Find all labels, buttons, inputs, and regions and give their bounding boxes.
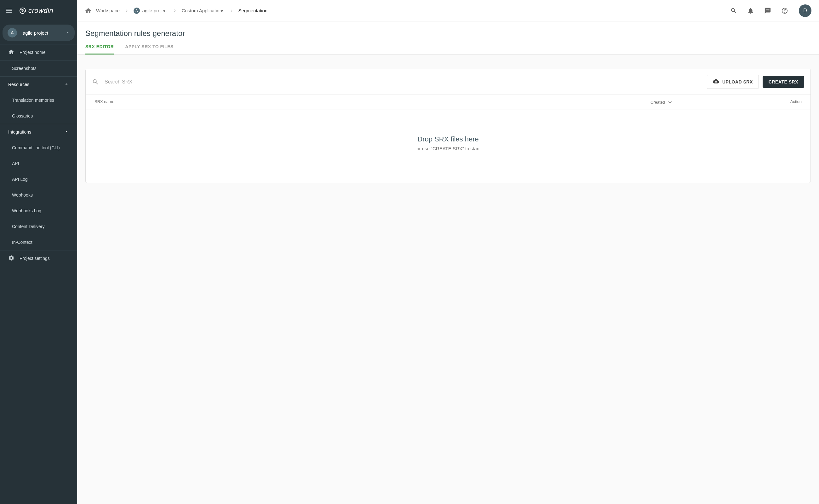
column-srx-name[interactable]: SRX name [95,99,650,105]
sidebar-item-label: API Log [12,177,28,182]
sidebar-item-screenshots[interactable]: Screenshots [0,60,77,76]
table-header: SRX name Created Action [86,95,810,110]
chevron-up-icon [64,82,69,88]
sidebar-item-content-delivery[interactable]: Content Delivery [0,219,77,234]
tab-srx-editor[interactable]: SRX EDITOR [85,44,114,54]
search-wrap [92,78,703,85]
sidebar-item-label: Webhooks [12,192,33,198]
project-avatar: A [8,28,17,37]
content-area: UPLOAD SRX CREATE SRX SRX name Created A… [77,55,819,504]
sidebar-item-label: Project settings [20,256,50,261]
sidebar-item-label: Screenshots [12,66,37,71]
svg-point-2 [785,12,785,12]
upload-srx-button[interactable]: UPLOAD SRX [707,75,759,89]
tab-apply-srx[interactable]: APPLY SRX TO FILES [125,44,173,54]
sidebar-item-label: Command line tool (CLI) [12,145,60,150]
sidebar-item-label: Translation memories [12,98,54,103]
hamburger-icon[interactable] [5,7,13,14]
dropzone-subtitle: or use “CREATE SRX” to start [92,146,804,151]
search-icon [92,78,99,85]
panel-toolbar: UPLOAD SRX CREATE SRX [86,69,810,95]
chevron-right-icon [229,8,234,13]
sidebar-item-project-home[interactable]: Project home [0,44,77,60]
chevron-down-icon [66,30,70,36]
sidebar-item-translation-memories[interactable]: Translation memories [0,92,77,108]
chevron-right-icon [124,8,129,13]
chevron-up-icon [64,129,69,135]
dropzone[interactable]: Drop SRX files here or use “CREATE SRX” … [86,110,810,183]
sidebar-item-in-context[interactable]: In-Context [0,234,77,250]
sidebar-item-label: Content Delivery [12,224,45,229]
main: Workspace A agile project Custom Applica… [77,0,819,504]
breadcrumb-workspace[interactable]: Workspace [96,8,120,13]
sidebar-item-api[interactable]: API [0,156,77,171]
arrow-down-icon [667,99,673,105]
sidebar: crowdin A agile project Project home Scr… [0,0,77,504]
breadcrumb-home-icon[interactable] [85,7,92,14]
tabs: SRX EDITOR APPLY SRX TO FILES [77,44,819,55]
breadcrumb: Workspace A agile project Custom Applica… [85,7,728,14]
topbar-actions: D [728,4,811,17]
breadcrumb-segmentation: Segmentation [238,8,268,13]
project-selector[interactable]: A agile project [3,25,75,41]
create-srx-button[interactable]: CREATE SRX [763,76,804,88]
home-icon [8,49,14,56]
sidebar-item-api-log[interactable]: API Log [0,171,77,187]
srx-panel: UPLOAD SRX CREATE SRX SRX name Created A… [85,69,811,183]
crowdin-logo[interactable]: crowdin [19,7,53,15]
sidebar-item-label: Webhooks Log [12,208,41,213]
sidebar-item-glossaries[interactable]: Glossaries [0,108,77,124]
sidebar-section-resources[interactable]: Resources [0,77,77,92]
column-created[interactable]: Created [650,99,770,105]
sidebar-item-label: Project home [20,50,45,55]
breadcrumb-project[interactable]: A agile project [134,8,168,14]
breadcrumb-project-label: agile project [142,8,168,13]
sidebar-item-label: In-Context [12,240,32,245]
sidebar-item-label: Resources [8,82,29,87]
sidebar-item-cli[interactable]: Command line tool (CLI) [0,140,77,156]
messages-icon[interactable] [762,5,773,16]
search-icon[interactable] [728,5,739,16]
dropzone-title: Drop SRX files here [92,135,804,143]
button-label: UPLOAD SRX [722,79,753,84]
bell-icon[interactable] [745,5,756,16]
breadcrumb-custom-applications[interactable]: Custom Applications [182,8,225,13]
gear-icon [8,255,14,262]
cloud-upload-icon [713,78,719,85]
sidebar-section-integrations[interactable]: Integrations [0,124,77,140]
sidebar-item-label: API [12,161,19,166]
page-title: Segmentation rules generator [85,29,811,38]
sidebar-item-label: Glossaries [12,113,33,118]
user-avatar[interactable]: D [799,4,811,17]
topbar: Workspace A agile project Custom Applica… [77,0,819,21]
column-label: Created [650,100,665,105]
sidebar-item-webhooks-log[interactable]: Webhooks Log [0,203,77,219]
page-header: Segmentation rules generator [77,21,819,38]
search-input[interactable] [105,79,703,85]
sidebar-item-webhooks[interactable]: Webhooks [0,187,77,203]
help-icon[interactable] [779,5,790,16]
sidebar-item-label: Integrations [8,129,31,135]
sidebar-header: crowdin [0,0,77,21]
sidebar-item-project-settings[interactable]: Project settings [0,250,77,266]
chevron-right-icon [172,8,177,13]
breadcrumb-project-avatar: A [134,8,140,14]
button-label: CREATE SRX [769,79,798,84]
project-name-label: agile project [23,30,66,36]
column-action: Action [770,99,802,105]
